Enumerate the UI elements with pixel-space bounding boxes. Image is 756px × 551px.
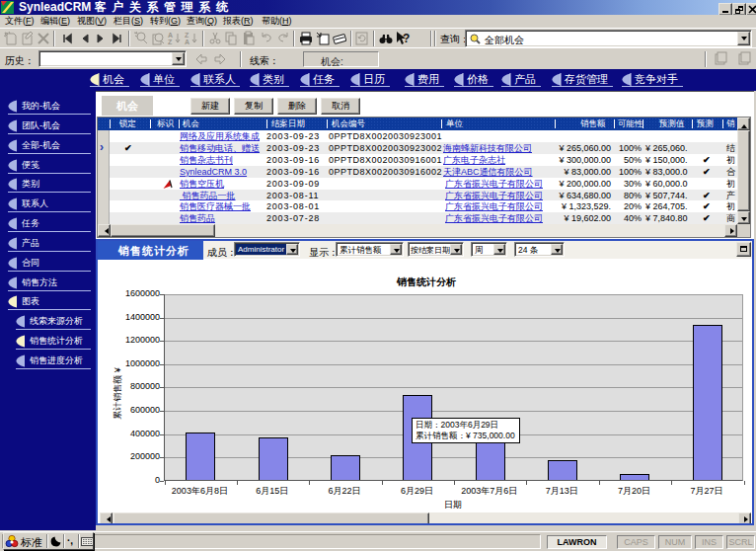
svg-text:A: A xyxy=(168,32,173,39)
svg-text:Z: Z xyxy=(185,32,189,39)
svg-text:Z: Z xyxy=(168,39,173,45)
svg-text:A: A xyxy=(185,39,189,45)
svg-text:?: ? xyxy=(403,32,410,45)
